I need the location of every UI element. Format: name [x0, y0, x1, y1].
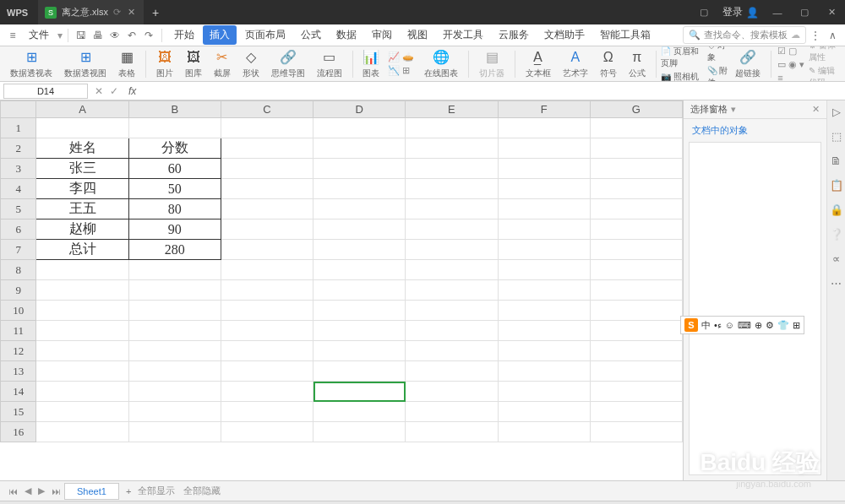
minimize-button[interactable]: —: [764, 8, 791, 18]
ribbon-equation[interactable]: π公式: [624, 49, 651, 79]
cell[interactable]: 王五: [36, 199, 128, 219]
ribbon-headerfooter[interactable]: 📄 页眉和页脚: [661, 46, 700, 69]
cell[interactable]: [590, 361, 682, 382]
side-clip-icon[interactable]: 📋: [830, 179, 843, 192]
cell[interactable]: 分数: [128, 138, 221, 159]
cell[interactable]: [313, 301, 406, 321]
ribbon-onlinechart[interactable]: 🌐在线图表: [419, 49, 463, 79]
cell[interactable]: [406, 240, 498, 260]
ribbon-textbox[interactable]: A̲文本框: [521, 49, 556, 79]
cell[interactable]: 总计: [36, 240, 128, 260]
col-header[interactable]: E: [406, 101, 498, 118]
cell[interactable]: [406, 402, 498, 422]
row-header[interactable]: 15: [1, 402, 36, 422]
ribbon-wordart[interactable]: A艺术字: [558, 49, 593, 79]
file-menu[interactable]: 文件: [22, 25, 56, 45]
fx-button[interactable]: fx: [122, 85, 143, 97]
cell[interactable]: [406, 341, 498, 361]
cell[interactable]: [498, 219, 590, 240]
ribbon-screenshot[interactable]: ✂截屏: [209, 49, 236, 79]
cell[interactable]: [313, 240, 406, 260]
cell[interactable]: [221, 321, 313, 341]
ribbon-pivotchart[interactable]: ⊞数据透视图: [59, 49, 112, 79]
add-tab-button[interactable]: +: [144, 6, 167, 19]
formula-input[interactable]: [143, 84, 845, 99]
cell[interactable]: [406, 361, 498, 382]
cell[interactable]: [498, 341, 590, 361]
side-share-icon[interactable]: ∝: [832, 252, 840, 265]
close-window-button[interactable]: ✕: [818, 7, 845, 18]
cell[interactable]: [590, 422, 682, 442]
cell[interactable]: [498, 138, 590, 159]
cell[interactable]: [313, 382, 406, 402]
cell[interactable]: [590, 341, 682, 361]
col-header[interactable]: B: [128, 101, 221, 118]
col-header[interactable]: D: [313, 101, 406, 118]
row-header[interactable]: 2: [1, 138, 36, 159]
row-header[interactable]: 1: [1, 118, 36, 138]
col-header[interactable]: A: [36, 101, 128, 118]
sheet-nav-first[interactable]: ⏮: [5, 486, 21, 496]
row-header[interactable]: 7: [1, 240, 36, 260]
cell[interactable]: [313, 159, 406, 179]
cell[interactable]: [590, 382, 682, 402]
cell[interactable]: [313, 341, 406, 361]
pin-icon[interactable]: ⟳: [113, 7, 121, 18]
row-header[interactable]: 12: [1, 341, 36, 361]
cell[interactable]: [313, 118, 406, 138]
cell[interactable]: 50: [128, 179, 221, 199]
cell[interactable]: [221, 260, 313, 280]
cell[interactable]: [313, 280, 406, 301]
cell[interactable]: 赵柳: [36, 219, 128, 240]
login-button[interactable]: 登录 👤: [717, 5, 764, 19]
cell[interactable]: [590, 240, 682, 260]
ribbon-object[interactable]: ◇ 对象: [707, 46, 728, 63]
panel-dropdown-icon[interactable]: ▾: [731, 104, 736, 115]
spreadsheet[interactable]: ABCDEFG12姓名分数3张三604李四505王五806赵柳907总计2808…: [0, 100, 683, 480]
cell[interactable]: [36, 382, 128, 402]
cell[interactable]: [590, 118, 682, 138]
sheet-nav-prev[interactable]: ◀: [21, 485, 35, 496]
cell[interactable]: 60: [128, 159, 221, 179]
redo-icon[interactable]: ↷: [141, 30, 156, 41]
cell[interactable]: [406, 118, 498, 138]
status-showall[interactable]: 全部显示: [138, 485, 175, 497]
cell[interactable]: [406, 159, 498, 179]
cell[interactable]: [221, 280, 313, 301]
cell[interactable]: [498, 179, 590, 199]
cell[interactable]: [590, 179, 682, 199]
cell[interactable]: [498, 422, 590, 442]
undo-icon[interactable]: ↶: [124, 30, 139, 41]
docs-icon[interactable]: ▢: [690, 7, 717, 18]
cell[interactable]: [498, 260, 590, 280]
menu-data[interactable]: 数据: [330, 25, 363, 45]
cell[interactable]: [498, 382, 590, 402]
menu-dochelper[interactable]: 文档助手: [537, 25, 592, 45]
cell[interactable]: [590, 280, 682, 301]
ribbon-table[interactable]: ▦表格: [113, 49, 140, 79]
cell[interactable]: [590, 138, 682, 159]
cell[interactable]: [221, 240, 313, 260]
menu-start[interactable]: 开始: [167, 25, 201, 45]
sheet-tab[interactable]: Sheet1: [64, 483, 119, 500]
side-more-icon[interactable]: ⋯: [831, 277, 842, 290]
cell[interactable]: [313, 138, 406, 159]
cell[interactable]: [128, 260, 221, 280]
col-header[interactable]: C: [221, 101, 313, 118]
save-icon[interactable]: 🖫: [74, 30, 89, 41]
cell[interactable]: 张三: [36, 159, 128, 179]
cell[interactable]: [221, 118, 313, 138]
ribbon-symbol[interactable]: Ω符号: [595, 49, 622, 79]
ribbon-controls[interactable]: ☑▢▭◉▾≡: [776, 46, 807, 82]
cell[interactable]: [221, 341, 313, 361]
cell[interactable]: [221, 138, 313, 159]
ribbon-mindmap[interactable]: 🔗思维导图: [266, 49, 310, 79]
dropdown-arrow-icon[interactable]: ▾: [57, 30, 63, 41]
cell[interactable]: [406, 301, 498, 321]
cell[interactable]: [128, 118, 221, 138]
menu-icon[interactable]: ≡: [5, 30, 20, 41]
row-header[interactable]: 8: [1, 260, 36, 280]
cell[interactable]: [590, 321, 682, 341]
cell[interactable]: [313, 361, 406, 382]
ime-lang[interactable]: 中: [701, 319, 711, 332]
